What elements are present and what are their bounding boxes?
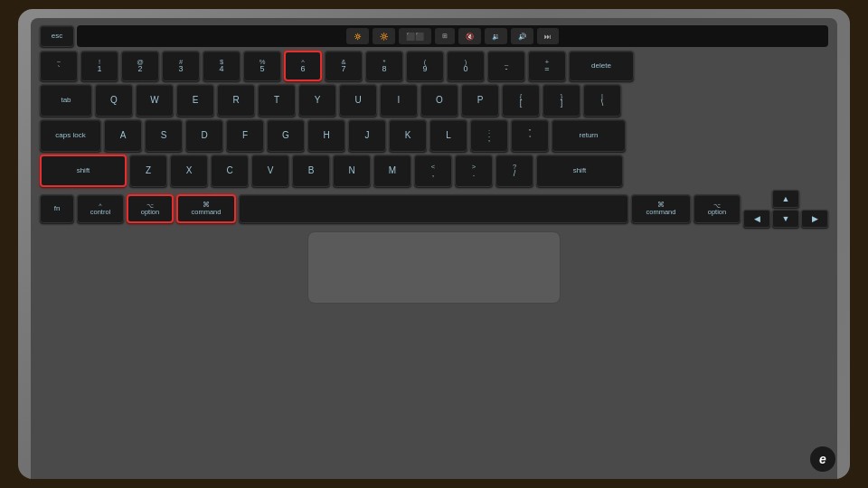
touchbar-vol-down[interactable]: 🔉 — [485, 28, 507, 44]
key-shift-left[interactable]: shift — [40, 155, 127, 187]
key-return[interactable]: return — [552, 119, 626, 152]
key-arrow-up[interactable]: ▲ — [772, 190, 799, 208]
key-z[interactable]: Z — [129, 155, 167, 187]
key-c[interactable]: C — [211, 155, 249, 187]
key-m[interactable]: M — [373, 155, 411, 187]
key-arrow-down[interactable]: ▼ — [772, 210, 799, 228]
key-backtick[interactable]: ~ ` — [40, 51, 78, 81]
key-t[interactable]: T — [258, 84, 296, 117]
function-row: esc 🔅 🔆 ⬛⬛ ⊞ 🔇 🔉 🔊 ⏭ — [40, 25, 828, 47]
key-v[interactable]: V — [251, 155, 289, 187]
key-y[interactable]: Y — [298, 84, 336, 117]
key-h[interactable]: H — [307, 119, 345, 152]
key-6[interactable]: ^ 6 — [284, 51, 322, 81]
key-option-right[interactable]: ⌥ option — [693, 194, 741, 223]
key-semicolon[interactable]: : ; — [470, 119, 508, 152]
key-delete[interactable]: delete — [569, 51, 634, 81]
touchbar-mute[interactable]: 🔇 — [458, 28, 481, 44]
esc-key[interactable]: esc — [40, 25, 74, 47]
key-3[interactable]: # 3 — [162, 51, 200, 81]
key-n[interactable]: N — [333, 155, 371, 187]
trackpad[interactable] — [307, 231, 561, 304]
key-e[interactable]: E — [176, 84, 214, 117]
touchbar-play-pause[interactable]: ⏭ — [537, 28, 559, 44]
key-minus[interactable]: _ - — [487, 51, 525, 81]
laptop-body: esc 🔅 🔆 ⬛⬛ ⊞ 🔇 🔉 🔊 ⏭ ~ ` ! 1 — [18, 9, 850, 479]
key-a[interactable]: A — [104, 119, 142, 152]
key-7[interactable]: & 7 — [325, 51, 363, 81]
key-9[interactable]: ( 9 — [406, 51, 444, 81]
key-arrow-left[interactable]: ◀ — [743, 210, 770, 228]
arrow-cluster: ▲ ◀ ▼ ▶ — [743, 190, 828, 228]
touchbar-brightness-up[interactable]: 🔆 — [373, 28, 395, 44]
key-period[interactable]: > . — [455, 155, 493, 187]
key-8[interactable]: * 8 — [365, 51, 403, 81]
key-quote[interactable]: " ' — [511, 119, 549, 152]
bottom-row: fn ^ control ⌥ option ⌘ command ⌘ comman… — [40, 190, 828, 228]
key-equals[interactable]: + = — [528, 51, 566, 81]
key-slash[interactable]: ? / — [495, 155, 533, 187]
key-g[interactable]: G — [267, 119, 305, 152]
key-i[interactable]: I — [380, 84, 418, 117]
key-s[interactable]: S — [145, 119, 183, 152]
key-d[interactable]: D — [185, 119, 223, 152]
key-comma[interactable]: < , — [414, 155, 452, 187]
key-tab[interactable]: tab — [40, 84, 92, 117]
key-bracket-right[interactable]: } ] — [542, 84, 580, 117]
key-o[interactable]: O — [420, 84, 458, 117]
key-2[interactable]: @ 2 — [121, 51, 159, 81]
key-4[interactable]: $ 4 — [203, 51, 241, 81]
key-5[interactable]: % 5 — [243, 51, 281, 81]
touchbar-vol-up[interactable]: 🔊 — [511, 28, 533, 44]
keyboard-area: esc 🔅 🔆 ⬛⬛ ⊞ 🔇 🔉 🔊 ⏭ ~ ` ! 1 — [31, 18, 837, 479]
key-x[interactable]: X — [170, 155, 208, 187]
key-w[interactable]: W — [136, 84, 174, 117]
key-l[interactable]: L — [429, 119, 467, 152]
key-1[interactable]: ! 1 — [80, 51, 118, 81]
key-bracket-left[interactable]: { [ — [502, 84, 540, 117]
number-row: ~ ` ! 1 @ 2 # 3 $ 4 % 5 — [40, 51, 828, 81]
touchbar-mission-control[interactable]: ⬛⬛ — [399, 28, 431, 44]
asdf-row: caps lock A S D F G H J K L : ; " ' retu… — [40, 119, 828, 152]
key-shift-right[interactable]: shift — [536, 155, 623, 187]
key-backslash[interactable]: | \ — [583, 84, 621, 117]
engadget-logo: e — [810, 446, 835, 472]
key-fn[interactable]: fn — [40, 194, 74, 223]
key-arrow-right[interactable]: ▶ — [801, 210, 828, 228]
key-option-left[interactable]: ⌥ option — [127, 194, 174, 223]
key-control[interactable]: ^ control — [77, 194, 124, 223]
key-p[interactable]: P — [461, 84, 499, 117]
key-f[interactable]: F — [226, 119, 264, 152]
qwerty-row: tab Q W E R T Y U I O P { [ } ] | \ — [40, 84, 828, 117]
key-command-left[interactable]: ⌘ command — [176, 194, 236, 223]
key-capslock[interactable]: caps lock — [40, 119, 101, 152]
key-command-right[interactable]: ⌘ command — [631, 194, 691, 223]
key-j[interactable]: J — [348, 119, 386, 152]
key-u[interactable]: U — [339, 84, 377, 117]
key-q[interactable]: Q — [95, 84, 133, 117]
key-k[interactable]: K — [389, 119, 427, 152]
key-r[interactable]: R — [217, 84, 255, 117]
touchbar-brightness-down[interactable]: 🔅 — [346, 28, 369, 44]
key-space[interactable] — [239, 194, 628, 223]
touchbar-launchpad[interactable]: ⊞ — [435, 28, 455, 44]
key-b[interactable]: B — [292, 155, 330, 187]
touchbar: 🔅 🔆 ⬛⬛ ⊞ 🔇 🔉 🔊 ⏭ — [77, 25, 828, 47]
key-0[interactable]: ) 0 — [447, 51, 485, 81]
zxcv-row: shift Z X C V B N M < , > . ? / shift — [40, 155, 828, 187]
